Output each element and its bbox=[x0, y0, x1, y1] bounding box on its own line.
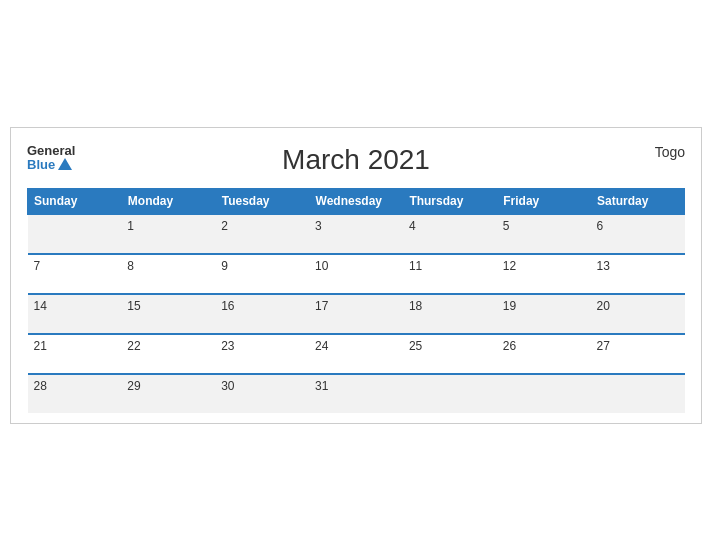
day-cell: 6 bbox=[591, 214, 685, 254]
header-tuesday: Tuesday bbox=[215, 188, 309, 214]
day-cell: 4 bbox=[403, 214, 497, 254]
day-cell: 7 bbox=[28, 254, 122, 294]
day-cell: 28 bbox=[28, 374, 122, 413]
day-cell: 30 bbox=[215, 374, 309, 413]
day-cell: 21 bbox=[28, 334, 122, 374]
header-friday: Friday bbox=[497, 188, 591, 214]
week-row-2: 7 8 9 10 11 12 13 bbox=[28, 254, 685, 294]
week-row-4: 21 22 23 24 25 26 27 bbox=[28, 334, 685, 374]
day-cell: 18 bbox=[403, 294, 497, 334]
brand-general-text: General bbox=[27, 144, 75, 158]
day-cell: 11 bbox=[403, 254, 497, 294]
day-cell: 12 bbox=[497, 254, 591, 294]
header-thursday: Thursday bbox=[403, 188, 497, 214]
day-cell bbox=[497, 374, 591, 413]
calendar-header: General Blue March 2021 Togo bbox=[27, 144, 685, 176]
day-cell: 16 bbox=[215, 294, 309, 334]
day-cell: 9 bbox=[215, 254, 309, 294]
calendar-title: March 2021 bbox=[27, 144, 685, 176]
calendar-container: General Blue March 2021 Togo Sunday Mond… bbox=[10, 127, 702, 424]
week-row-3: 14 15 16 17 18 19 20 bbox=[28, 294, 685, 334]
day-cell: 22 bbox=[121, 334, 215, 374]
day-cell: 31 bbox=[309, 374, 403, 413]
day-cell bbox=[591, 374, 685, 413]
day-cell: 23 bbox=[215, 334, 309, 374]
header-sunday: Sunday bbox=[28, 188, 122, 214]
day-cell: 20 bbox=[591, 294, 685, 334]
day-cell bbox=[403, 374, 497, 413]
day-cell: 26 bbox=[497, 334, 591, 374]
day-cell: 24 bbox=[309, 334, 403, 374]
day-cell: 13 bbox=[591, 254, 685, 294]
day-cell: 19 bbox=[497, 294, 591, 334]
day-cell: 8 bbox=[121, 254, 215, 294]
day-cell: 17 bbox=[309, 294, 403, 334]
day-cell: 3 bbox=[309, 214, 403, 254]
brand-triangle-icon bbox=[58, 158, 72, 170]
days-header-row: Sunday Monday Tuesday Wednesday Thursday… bbox=[28, 188, 685, 214]
day-cell: 15 bbox=[121, 294, 215, 334]
header-monday: Monday bbox=[121, 188, 215, 214]
day-cell: 29 bbox=[121, 374, 215, 413]
calendar-table: Sunday Monday Tuesday Wednesday Thursday… bbox=[27, 188, 685, 413]
country-label: Togo bbox=[655, 144, 685, 160]
week-row-1: 1 2 3 4 5 6 bbox=[28, 214, 685, 254]
header-saturday: Saturday bbox=[591, 188, 685, 214]
brand-blue-text: Blue bbox=[27, 158, 72, 172]
day-cell: 1 bbox=[121, 214, 215, 254]
header-wednesday: Wednesday bbox=[309, 188, 403, 214]
week-row-5: 28 29 30 31 bbox=[28, 374, 685, 413]
day-cell: 10 bbox=[309, 254, 403, 294]
day-cell: 25 bbox=[403, 334, 497, 374]
day-cell: 14 bbox=[28, 294, 122, 334]
day-cell: 27 bbox=[591, 334, 685, 374]
brand-logo: General Blue bbox=[27, 144, 75, 173]
day-cell: 5 bbox=[497, 214, 591, 254]
day-cell bbox=[28, 214, 122, 254]
day-cell: 2 bbox=[215, 214, 309, 254]
